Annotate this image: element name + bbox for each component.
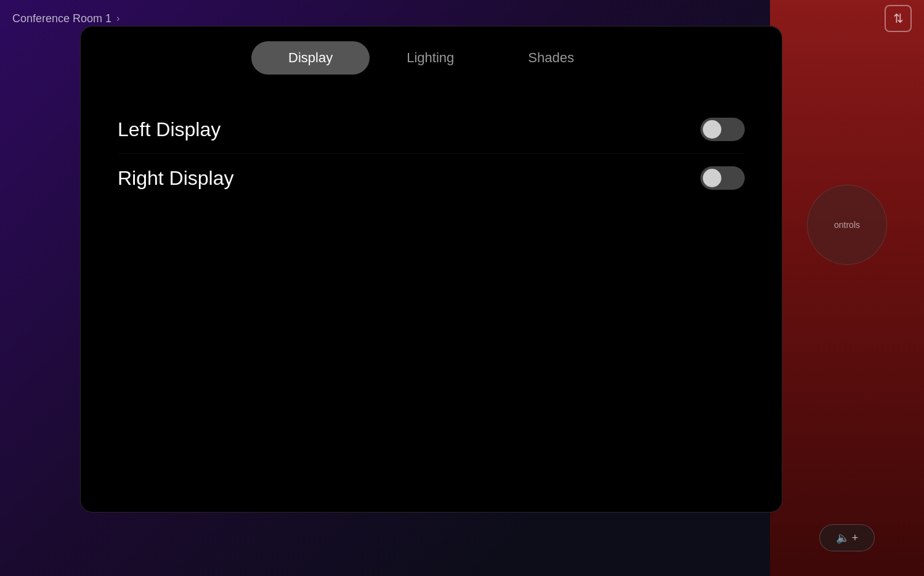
- tab-shades[interactable]: Shades: [491, 41, 611, 75]
- left-display-toggle[interactable]: [700, 118, 745, 141]
- settings-icon-button[interactable]: ⇅: [885, 5, 912, 32]
- tab-lighting[interactable]: Lighting: [370, 41, 491, 75]
- volume-icon: 🔈: [836, 531, 849, 545]
- controls-button[interactable]: ontrols: [807, 185, 887, 265]
- left-display-row: Left Display: [118, 105, 745, 154]
- breadcrumb[interactable]: Conference Room 1 ›: [12, 12, 120, 25]
- breadcrumb-arrow: ›: [116, 13, 120, 24]
- right-display-toggle[interactable]: [700, 166, 745, 190]
- right-display-knob: [703, 169, 721, 187]
- tab-display[interactable]: Display: [251, 41, 370, 75]
- left-display-knob: [703, 120, 721, 139]
- left-display-label: Left Display: [118, 118, 221, 141]
- volume-button[interactable]: 🔈 +: [819, 524, 875, 551]
- top-bar: Conference Room 1 › ⇅: [0, 0, 924, 37]
- right-display-row: Right Display: [118, 154, 745, 202]
- main-panel: Display Lighting Shades Left Display Rig…: [80, 26, 782, 513]
- right-panel: ontrols 🔈 +: [770, 0, 924, 576]
- volume-plus-icon: +: [852, 532, 859, 545]
- sort-icon: ⇅: [893, 11, 904, 26]
- controls-label: ontrols: [834, 220, 860, 230]
- content-area: Left Display Right Display: [81, 87, 782, 221]
- right-display-label: Right Display: [118, 167, 234, 190]
- room-title: Conference Room 1: [12, 12, 111, 25]
